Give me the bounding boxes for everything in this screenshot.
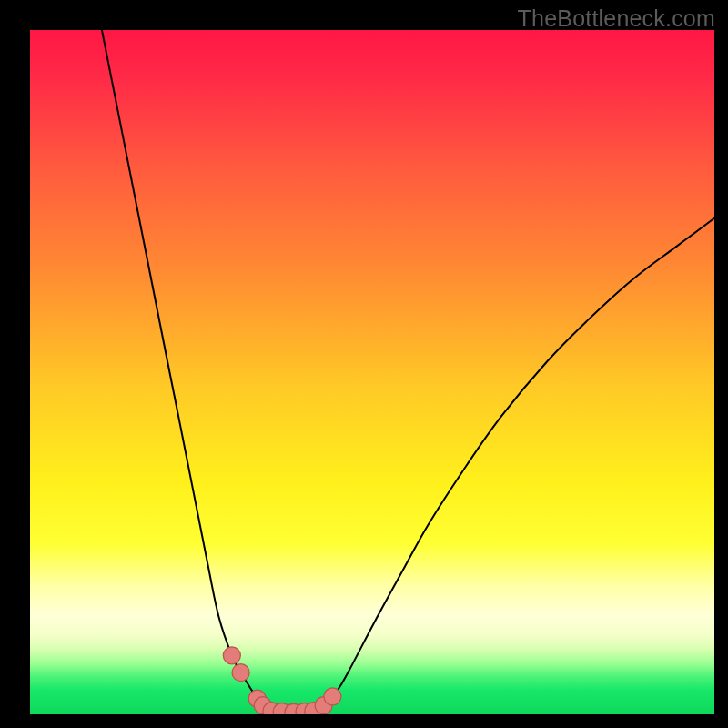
data-marker [324,688,341,705]
data-marker [232,664,249,682]
data-marker [223,647,240,664]
chart-frame: TheBottleneck.com [0,0,728,728]
plot-area [30,30,714,714]
dot-markers [223,647,341,714]
curve-layer [30,30,714,714]
right-curve [313,218,714,711]
left-curve [102,30,294,713]
watermark-text: TheBottleneck.com [518,5,715,32]
